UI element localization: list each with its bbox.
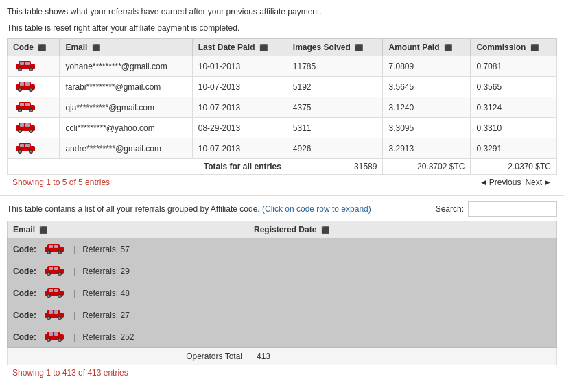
cell-last-date: 10-07-2013 bbox=[192, 138, 287, 159]
sort-icon-images: ⬛ bbox=[355, 44, 363, 51]
car-icon bbox=[42, 330, 67, 344]
svg-point-29 bbox=[19, 130, 21, 132]
svg-point-15 bbox=[30, 89, 32, 91]
cell-code bbox=[8, 138, 60, 159]
cell-last-date: 10-07-2013 bbox=[192, 97, 287, 118]
code-label: Code: bbox=[13, 267, 36, 276]
sort-icon-amount: ⬛ bbox=[444, 44, 452, 51]
svg-point-31 bbox=[30, 130, 32, 132]
section-table1: This table shows what your referrals hav… bbox=[0, 0, 564, 195]
car-icon bbox=[13, 64, 38, 73]
col-amount: Amount Paid ⬛ bbox=[383, 39, 471, 56]
cell-email: ccli*********@yahoo.com bbox=[60, 118, 192, 138]
car-icon bbox=[42, 242, 67, 256]
cell-code bbox=[8, 97, 60, 118]
code-row[interactable]: Code: | Referrals: 48 bbox=[8, 282, 557, 304]
search-label: Search: bbox=[436, 204, 464, 214]
totals-label: Totals for all entries bbox=[8, 159, 287, 175]
sort-icon-code: ⬛ bbox=[38, 44, 46, 51]
svg-rect-51 bbox=[54, 267, 58, 270]
divider: | bbox=[73, 310, 75, 320]
code-label: Code: bbox=[13, 332, 36, 342]
svg-point-13 bbox=[19, 89, 21, 91]
cell-email: yohane*********@gmail.com bbox=[60, 56, 192, 77]
showing-text1: Showing 1 to 5 of 5 entries bbox=[12, 177, 110, 187]
code-row-cell[interactable]: Code: | Referrals: 57 bbox=[8, 238, 557, 260]
svg-rect-67 bbox=[54, 310, 58, 314]
search-input[interactable] bbox=[468, 201, 557, 217]
section2-info-text: This table contains a list of all your r… bbox=[7, 204, 371, 214]
svg-point-61 bbox=[48, 295, 50, 297]
cell-amount: 3.2913 bbox=[383, 138, 471, 159]
table1-row: qja**********@gmail.com 10-07-2013 4375 … bbox=[8, 97, 557, 118]
car-icon bbox=[13, 125, 38, 135]
cell-amount: 3.1240 bbox=[383, 97, 471, 118]
section2-header: This table contains a list of all your r… bbox=[7, 201, 557, 217]
col-last-date: Last Date Paid ⬛ bbox=[192, 39, 287, 56]
cell-commission: 0.3291 bbox=[471, 138, 557, 159]
cell-commission: 0.3310 bbox=[471, 118, 557, 138]
cell-commission: 0.7081 bbox=[471, 56, 557, 77]
table1-row: farabi*********@gmail.com 10-07-2013 519… bbox=[8, 77, 557, 97]
cell-images: 4926 bbox=[287, 138, 383, 159]
code-label: Code: bbox=[13, 289, 36, 298]
svg-rect-35 bbox=[25, 144, 30, 147]
code-row-cell[interactable]: Code: | Referrals: 252 bbox=[8, 326, 557, 348]
svg-point-77 bbox=[48, 339, 50, 341]
cell-images: 5311 bbox=[287, 118, 383, 138]
cell-images: 11785 bbox=[287, 56, 383, 77]
svg-rect-43 bbox=[54, 245, 58, 248]
code-row-cell[interactable]: Code: | Referrals: 29 bbox=[8, 260, 557, 282]
code-row[interactable]: Code: | Referrals: 27 bbox=[8, 304, 557, 326]
expand-link[interactable]: (Click on code row to expand) bbox=[262, 204, 371, 214]
cell-images: 5192 bbox=[287, 77, 383, 97]
cell-amount: 7.0809 bbox=[383, 56, 471, 77]
cell-email: andre*********@gmail.com bbox=[60, 138, 192, 159]
pagination-nav1: ◄ Previous Next ► bbox=[480, 177, 552, 187]
car-icon bbox=[42, 308, 67, 322]
pagination-row1: Showing 1 to 5 of 5 entries ◄ Previous N… bbox=[7, 175, 557, 190]
table1-row: yohane*********@gmail.com 10-01-2013 117… bbox=[8, 56, 557, 77]
svg-rect-2 bbox=[20, 62, 24, 65]
code-label: Code: bbox=[13, 310, 36, 320]
car-icon bbox=[13, 84, 38, 94]
car-icon bbox=[13, 105, 38, 114]
code-row[interactable]: Code: | Referrals: 29 bbox=[8, 260, 557, 282]
totals-images: 31589 bbox=[287, 159, 383, 175]
svg-rect-59 bbox=[54, 289, 58, 292]
code-row[interactable]: Code: | Referrals: 57 bbox=[8, 238, 557, 260]
svg-point-55 bbox=[59, 273, 61, 275]
svg-point-21 bbox=[19, 110, 21, 112]
code-row-cell[interactable]: Code: | Referrals: 27 bbox=[8, 304, 557, 326]
code-row-cell[interactable]: Code: | Referrals: 48 bbox=[8, 282, 557, 304]
svg-rect-19 bbox=[25, 103, 30, 106]
car-icon bbox=[42, 286, 67, 300]
code-row[interactable]: Code: | Referrals: 252 bbox=[8, 326, 557, 348]
referrals-count: Referrals: 29 bbox=[82, 267, 130, 276]
divider: | bbox=[73, 332, 75, 342]
showing-text2: Showing 1 to 413 of 413 entries bbox=[12, 368, 128, 378]
sort-icon2-reg: ⬛ bbox=[321, 226, 329, 234]
svg-point-47 bbox=[59, 252, 61, 254]
section2-info: This table contains a list of all your r… bbox=[7, 204, 371, 214]
svg-point-37 bbox=[19, 151, 21, 153]
svg-rect-18 bbox=[20, 103, 24, 106]
svg-point-69 bbox=[48, 317, 50, 319]
svg-rect-42 bbox=[49, 245, 53, 248]
prev-button[interactable]: ◄ Previous bbox=[480, 177, 521, 187]
referrals-count: Referrals: 48 bbox=[82, 289, 130, 298]
operators-total-label: Operators Total bbox=[8, 348, 248, 365]
cell-last-date: 08-29-2013 bbox=[192, 118, 287, 138]
divider: | bbox=[73, 289, 75, 298]
svg-point-5 bbox=[19, 69, 21, 71]
svg-point-39 bbox=[30, 151, 32, 153]
col2-email: Email ⬛ bbox=[8, 221, 248, 238]
svg-point-71 bbox=[59, 317, 61, 319]
svg-rect-11 bbox=[25, 82, 30, 86]
next-button[interactable]: Next ► bbox=[525, 177, 552, 187]
referrals-code-table: Email ⬛ Registered Date ⬛ Code: | Referr… bbox=[7, 221, 557, 365]
sort-icon2-email: ⬛ bbox=[39, 226, 47, 234]
section-table2: This table contains a list of all your r… bbox=[0, 195, 564, 380]
sort-icon-email: ⬛ bbox=[92, 44, 100, 51]
cell-last-date: 10-07-2013 bbox=[192, 77, 287, 97]
